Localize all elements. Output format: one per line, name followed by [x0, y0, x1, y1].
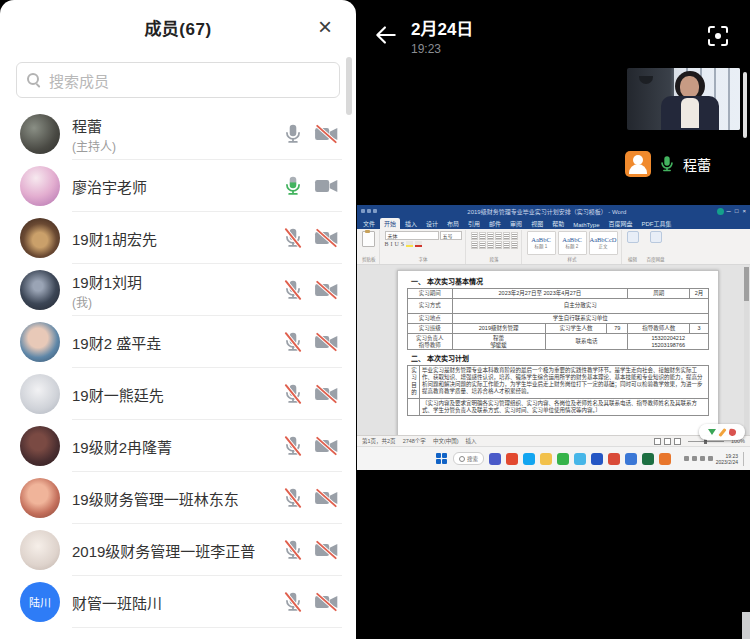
mic-icon[interactable] [282, 591, 304, 613]
close-icon[interactable]: × [310, 12, 340, 42]
mic-icon[interactable] [282, 435, 304, 457]
ribbon-tab[interactable]: 文件 [359, 218, 379, 229]
paste-icon[interactable] [362, 231, 375, 247]
tray-icon[interactable] [692, 456, 697, 461]
font-name-box[interactable]: 宋体 [385, 231, 439, 240]
ribbon-tab[interactable]: 百度网盘 [605, 218, 637, 229]
word-scrollbar[interactable] [744, 267, 749, 435]
tray-icon[interactable] [684, 456, 689, 461]
member-row[interactable]: 陆川 财管一班陆川 [0, 576, 356, 628]
format-button[interactable]: U [395, 241, 399, 247]
search-icon [27, 73, 41, 87]
taskbar-app-icon[interactable] [523, 453, 535, 465]
camera-icon[interactable] [314, 175, 340, 197]
taskbar-app-icon[interactable] [489, 453, 501, 465]
taskbar-app-icon[interactable] [642, 453, 654, 465]
style-chip[interactable]: AaBbC标题 2 [558, 231, 587, 255]
format-button[interactable]: I [391, 241, 393, 247]
close-window-icon[interactable]: × [742, 208, 746, 214]
annotation-hand-icon[interactable] [728, 428, 736, 436]
ribbon-tab[interactable]: 布局 [443, 218, 463, 229]
taskbar-app-icon[interactable] [540, 453, 552, 465]
shared-screen[interactable]: 2019级财务管理专业毕业实习计划安排（实习模板） - Word ─ □ × 文… [357, 205, 750, 470]
ribbon-tab[interactable]: 视图 [527, 218, 547, 229]
format-button[interactable]: B [385, 241, 389, 247]
speaker-video-thumbnail[interactable] [627, 68, 740, 130]
mic-icon[interactable] [282, 539, 304, 561]
start-button[interactable] [436, 453, 448, 465]
camera-icon[interactable] [314, 279, 340, 301]
member-row[interactable]: 19财1胡宏先 [0, 212, 356, 264]
taskbar-app-icon[interactable] [574, 453, 586, 465]
view-switcher-icons[interactable] [654, 438, 681, 445]
member-name: 19财2 盛平垚 [72, 332, 282, 353]
mic-icon[interactable] [282, 175, 304, 197]
ribbon-tab[interactable]: PDF工具集 [638, 218, 676, 229]
mic-icon[interactable] [282, 331, 304, 353]
camera-icon[interactable] [314, 227, 340, 249]
member-row[interactable]: 程蕾 (主持人) [0, 108, 356, 160]
mic-icon[interactable] [282, 279, 304, 301]
editing-icon[interactable] [627, 231, 639, 243]
mic-icon[interactable] [282, 383, 304, 405]
taskbar-search[interactable]: 搜索 [453, 452, 484, 465]
style-chip[interactable]: AaBbC标题 1 [527, 231, 556, 255]
call-date: 2月24日 [411, 15, 473, 40]
ribbon-tab[interactable]: 插入 [401, 218, 421, 229]
ribbon-tab[interactable]: MathType [569, 221, 603, 229]
member-row[interactable]: 19级财2冉隆菁 [0, 420, 356, 472]
taskbar-app-icon[interactable] [557, 453, 569, 465]
member-row[interactable]: 19级财务管理一班林东东 [0, 472, 356, 524]
minimize-icon[interactable]: ─ [727, 208, 731, 214]
taskbar-app-icon[interactable] [608, 453, 620, 465]
ribbon-tab[interactable]: 审阅 [506, 218, 526, 229]
ribbon-tab[interactable]: 开始 [380, 218, 400, 229]
taskbar-app-icon[interactable] [591, 453, 603, 465]
member-row[interactable]: 2019级财务管理一班李正普 [0, 524, 356, 576]
netdisk-icon[interactable] [650, 231, 662, 243]
style-chip[interactable]: AaBbCcD正文 [589, 231, 618, 255]
member-row[interactable]: 19财1刘玥 (我) [0, 264, 356, 316]
member-row[interactable]: 19财一熊廷先 [0, 368, 356, 420]
ribbon-tab[interactable]: 引用 [464, 218, 484, 229]
annotation-arrow-icon[interactable] [708, 429, 716, 435]
format-button[interactable]: S [401, 241, 404, 247]
mic-icon[interactable] [282, 123, 304, 145]
camera-icon[interactable] [314, 591, 340, 613]
taskbar-app-icon[interactable] [625, 453, 637, 465]
mic-icon[interactable] [282, 487, 304, 509]
camera-icon[interactable] [314, 435, 340, 457]
maximize-icon[interactable]: □ [735, 208, 739, 214]
word-statusbar: 第1页，共2页2748个字中文(中国)插入 100% [357, 435, 750, 446]
ribbon-tab[interactable]: 邮件 [485, 218, 505, 229]
doc-heading-2: 二、 本次实习计划 [411, 353, 709, 363]
annotation-toolbar[interactable] [699, 424, 745, 440]
ribbon-tab[interactable]: 帮助 [548, 218, 568, 229]
camera-icon[interactable] [314, 539, 340, 561]
taskbar-app-icon[interactable] [506, 453, 518, 465]
search-input[interactable]: 搜索成员 [16, 62, 340, 98]
paragraph-buttons[interactable] [471, 232, 518, 249]
taskbar-clock[interactable]: 19:232023/2/24 [716, 453, 738, 465]
highlight-color-icon[interactable] [406, 241, 413, 247]
tray-icon[interactable] [708, 456, 713, 461]
internship-plan-table: 实习目的 毕业实习是财务管理专业本科教育阶段的最后一个极为重要的实践性教学环节。… [407, 365, 709, 416]
tray-icon[interactable] [700, 456, 705, 461]
members-scrollbar[interactable] [346, 57, 352, 115]
mic-icon[interactable] [282, 227, 304, 249]
camera-icon[interactable] [314, 331, 340, 353]
camera-icon[interactable] [314, 123, 340, 145]
member-row[interactable]: 19财2 盛平垚 [0, 316, 356, 368]
camera-icon[interactable] [314, 383, 340, 405]
zoom-slider[interactable] [688, 441, 724, 442]
ribbon-tab[interactable]: 设计 [422, 218, 442, 229]
camera-icon[interactable] [314, 487, 340, 509]
taskbar-app-icon[interactable] [659, 453, 671, 465]
font-color-icon[interactable] [415, 241, 422, 247]
show-desktop-button[interactable] [743, 452, 746, 466]
annotation-pen-icon[interactable] [718, 428, 726, 437]
screenshot-icon[interactable] [706, 24, 730, 48]
font-size-box[interactable]: 五号 [440, 231, 462, 240]
back-icon[interactable] [373, 22, 401, 50]
member-row[interactable]: 廖治宇老师 [0, 160, 356, 212]
